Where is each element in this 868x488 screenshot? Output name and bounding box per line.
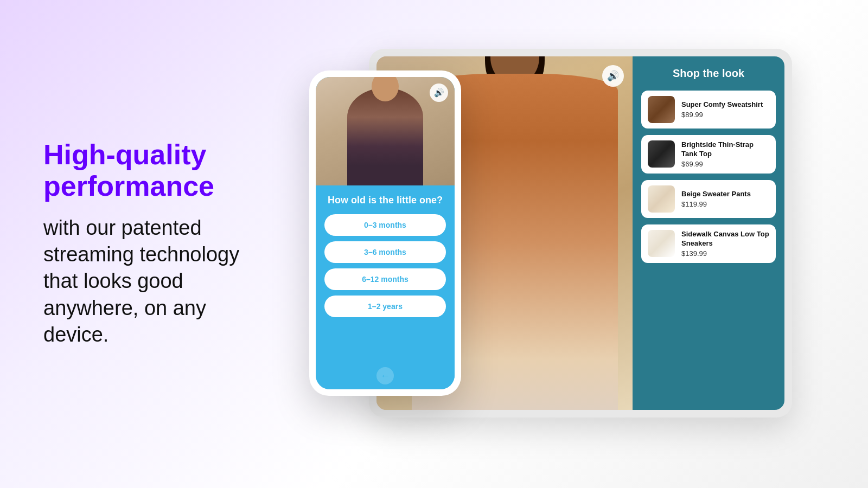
phone-bottom-nav: ← <box>316 362 455 389</box>
shop-item-info-1: Brightside Thin-Strap Tank Top $69.99 <box>681 140 769 168</box>
shop-item-info-2: Beige Sweater Pants $119.99 <box>681 190 769 208</box>
shop-title: Shop the look <box>641 67 776 80</box>
phone-presenter-head <box>372 77 399 101</box>
shop-item-img-sweatshirt <box>648 96 675 123</box>
headline-line2: performance <box>43 170 214 202</box>
shop-item-price-1: $69.99 <box>681 160 769 168</box>
shop-item-2[interactable]: Beige Sweater Pants $119.99 <box>641 180 776 218</box>
shop-item-1[interactable]: Brightside Thin-Strap Tank Top $69.99 <box>641 135 776 174</box>
headline-line1: High-quality <box>43 139 206 170</box>
back-icon: ← <box>380 370 390 382</box>
shop-item-name-3: Sidewalk Canvas Low Top Sneakers <box>681 230 769 248</box>
phone-sound-icon: 🔊 <box>434 88 444 98</box>
tablet-sound-button[interactable]: 🔊 <box>602 65 624 87</box>
phone-option-3[interactable]: 1–2 years <box>324 296 446 317</box>
phone: 🔊 How old is the little one? 0–3 months … <box>309 70 461 396</box>
tablet-sound-icon: 🔊 <box>607 70 619 82</box>
shop-item-price-3: $139.99 <box>681 249 769 258</box>
left-section: High-quality performance with our patent… <box>0 107 304 381</box>
devices-section: 🔊 Shop the look Super Comfy Sweatshirt $… <box>304 0 868 488</box>
shop-item-img-sneakers <box>648 230 675 257</box>
shop-item-name-2: Beige Sweater Pants <box>681 190 769 199</box>
shop-item-name-1: Brightside Thin-Strap Tank Top <box>681 140 769 159</box>
phone-sound-button[interactable]: 🔊 <box>430 84 448 102</box>
shop-item-info-0: Super Comfy Sweatshirt $89.99 <box>681 100 769 119</box>
phone-option-0[interactable]: 0–3 months <box>324 214 446 236</box>
phone-question-area: How old is the little one? 0–3 months 3–… <box>316 185 455 362</box>
tablet-shop-panel: Shop the look Super Comfy Sweatshirt $89… <box>633 56 784 410</box>
phone-option-2[interactable]: 6–12 months <box>324 268 446 290</box>
headline: High-quality performance <box>43 139 271 201</box>
phone-question-text: How old is the little one? <box>328 194 443 207</box>
phone-back-button[interactable]: ← <box>375 366 395 386</box>
shop-item-3[interactable]: Sidewalk Canvas Low Top Sneakers $139.99 <box>641 224 776 263</box>
shop-item-img-pants <box>648 185 675 213</box>
shop-item-name-0: Super Comfy Sweatshirt <box>681 100 769 110</box>
phone-option-1[interactable]: 3–6 months <box>324 241 446 263</box>
phone-presenter-figure <box>347 88 423 185</box>
phone-screen: 🔊 How old is the little one? 0–3 months … <box>316 77 455 389</box>
shop-item-price-0: $89.99 <box>681 111 769 119</box>
shop-item-img-tank <box>648 140 675 168</box>
shop-item-price-2: $119.99 <box>681 200 769 208</box>
shop-item-info-3: Sidewalk Canvas Low Top Sneakers $139.99 <box>681 230 769 258</box>
shop-item-0[interactable]: Super Comfy Sweatshirt $89.99 <box>641 91 776 129</box>
subtext: with our patented streaming technology t… <box>43 215 271 349</box>
phone-video-area: 🔊 <box>316 77 455 185</box>
